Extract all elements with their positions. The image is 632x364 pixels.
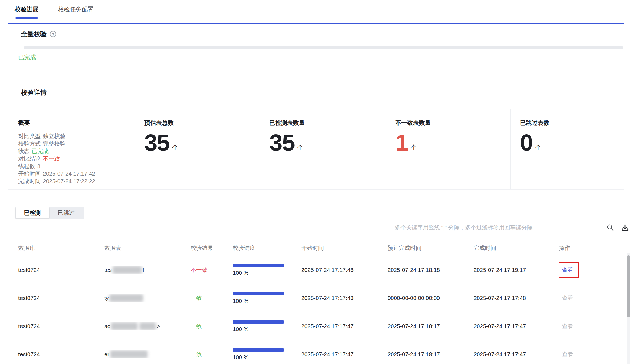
- progress-bar: [233, 348, 284, 352]
- stat-label: 不一致表数量: [395, 119, 510, 127]
- result-badge: 一致: [191, 323, 202, 329]
- table-row: test0724 ty 一致 100 % 2025-07-24 17:17:48…: [0, 284, 632, 312]
- stat-unit: 个: [411, 143, 417, 152]
- stat-value: 0: [520, 131, 533, 154]
- cell-finish-time: 2025-07-24 17:17:47: [474, 351, 559, 358]
- redacted-table-name: [110, 350, 148, 358]
- cell-progress: 100 %: [233, 348, 301, 361]
- summary-field-label: 完成时间: [18, 178, 41, 184]
- redacted-table-name: [139, 322, 156, 330]
- full-check-progress-bar: [24, 46, 623, 49]
- annotation-box: 查看: [559, 346, 579, 362]
- cell-action: 查看: [559, 318, 632, 334]
- annotation-box: 查看: [559, 262, 579, 278]
- full-check-status: 已完成: [18, 53, 624, 61]
- stat-card: 预估表总数 35 个: [135, 109, 260, 189]
- cell-estimated-finish-time: 2025-07-24 17:18:17: [388, 323, 474, 329]
- cell-progress: 100 %: [233, 292, 301, 304]
- stat-unit: 个: [297, 143, 303, 152]
- summary-field: 开始时间2025-07-24 17:17:42: [18, 170, 135, 177]
- summary-field-label: 状态: [18, 148, 29, 154]
- tab-verification-task-config[interactable]: 校验任务配置: [58, 0, 94, 19]
- cell-estimated-finish-time: 0000-00-00 00:00:00: [388, 295, 474, 301]
- column-header: 数据库: [18, 244, 104, 252]
- search-icon[interactable]: [606, 224, 614, 232]
- filter-tab-skipped[interactable]: 已跳过: [49, 207, 83, 218]
- cell-table-name: ac >: [104, 322, 191, 330]
- summary-field-label: 对比类型: [18, 133, 41, 139]
- table-row: test0724 tesf 不一致 100 % 2025-07-24 17:17…: [0, 256, 632, 284]
- result-badge: 不一致: [191, 267, 207, 273]
- summary-field-value: 8: [37, 163, 40, 169]
- search-input[interactable]: [388, 221, 619, 234]
- column-header: 数据表: [104, 244, 191, 252]
- filter-tab-checked[interactable]: 已检测: [16, 207, 49, 218]
- stat-value: 35: [144, 131, 169, 154]
- progress-label: 100 %: [233, 354, 301, 361]
- result-badge: 一致: [191, 295, 202, 301]
- cell-start-time: 2025-07-24 17:17:47: [301, 351, 388, 358]
- summary-field-label: 线程数: [18, 163, 35, 169]
- cell-start-time: 2025-07-24 17:17:47: [301, 323, 388, 329]
- action-view-link: 查看: [562, 351, 573, 357]
- cell-finish-time: 2025-07-24 17:17:47: [474, 323, 559, 329]
- cell-start-time: 2025-07-24 17:17:48: [301, 267, 388, 273]
- summary-field: 线程数8: [18, 162, 135, 170]
- summary-field-value: 2025-07-24 17:17:42: [43, 170, 95, 177]
- table-row: test0724 ac > 一致 100 % 2025-07-24 17:17:…: [0, 312, 632, 340]
- scrollbar-thumb[interactable]: [627, 255, 630, 317]
- detail-section-title: 校验详情: [21, 88, 632, 97]
- stat-value: 1: [395, 131, 408, 154]
- redacted-table-name: [113, 266, 142, 274]
- summary-field-label: 对比结论: [18, 155, 41, 162]
- annotation-box: 查看: [559, 290, 579, 306]
- stat-label: 已跳过表数: [520, 119, 624, 127]
- cell-action: 查看: [559, 262, 632, 278]
- stats-row: 概要 对比类型独立校验 校验方式完整校验 状态已完成 对比结论不一致 线程数8 …: [8, 109, 624, 189]
- cell-action: 查看: [559, 346, 632, 362]
- table-body: test0724 tesf 不一致 100 % 2025-07-24 17:17…: [0, 256, 632, 364]
- column-header: 预计完成时间: [388, 244, 474, 252]
- full-check-card: 全量校验 ? 已完成: [8, 23, 624, 76]
- question-circle-icon[interactable]: ?: [50, 31, 56, 37]
- download-icon[interactable]: [620, 223, 630, 233]
- cell-database: test0724: [18, 267, 104, 273]
- cell-estimated-finish-time: 2025-07-24 17:18:18: [388, 267, 474, 273]
- cell-progress: 100 %: [233, 320, 301, 332]
- cell-database: test0724: [18, 295, 104, 301]
- summary-field-label: 开始时间: [18, 170, 41, 177]
- stat-card: 已检测表数量 35 个: [260, 109, 386, 189]
- summary-fields: 对比类型独立校验 校验方式完整校验 状态已完成 对比结论不一致 线程数8 开始时…: [18, 132, 135, 185]
- summary-field-value: 2025-07-24 17:22:22: [43, 178, 95, 184]
- summary-field: 完成时间2025-07-24 17:22:22: [18, 177, 135, 185]
- top-tabbar: 校验进展 校验任务配置: [0, 0, 632, 19]
- column-header: 完成时间: [474, 244, 559, 252]
- summary-card: 概要 对比类型独立校验 校验方式完整校验 状态已完成 对比结论不一致 线程数8 …: [8, 109, 135, 189]
- summary-field: 对比结论不一致: [18, 155, 135, 162]
- stat-label: 预估表总数: [144, 119, 260, 127]
- full-check-title: 全量校验: [21, 30, 47, 38]
- clipped-side-widget: [0, 179, 4, 188]
- cell-progress: 100 %: [233, 264, 301, 276]
- progress-bar: [233, 320, 284, 324]
- column-header: 开始时间: [301, 244, 388, 252]
- verification-progress-page: 校验进展 校验任务配置 全量校验 ? 已完成 校验详情 概要 对比类型独立校验 …: [0, 0, 632, 364]
- progress-label: 100 %: [233, 326, 301, 332]
- tab-verification-progress[interactable]: 校验进展: [15, 0, 38, 19]
- summary-field-value: 已完成: [32, 148, 49, 154]
- table-header: 数据库数据表校验结果校验进度开始时间预计完成时间完成时间操作: [0, 240, 632, 256]
- progress-bar: [233, 264, 284, 267]
- action-view-link: 查看: [562, 295, 573, 301]
- filter-segmented-control: 已检测 已跳过: [15, 207, 84, 219]
- annotation-box: 查看: [559, 318, 579, 334]
- cell-table-name: er: [104, 350, 191, 358]
- cell-finish-time: 2025-07-24 17:19:17: [474, 267, 559, 273]
- stat-unit: 个: [535, 143, 541, 152]
- summary-field-value: 独立校验: [43, 133, 65, 139]
- summary-field-value: 完整校验: [43, 140, 65, 147]
- progress-label: 100 %: [233, 298, 301, 304]
- table-row: test0724 er 一致 100 % 2025-07-24 17:17:47…: [0, 340, 632, 364]
- action-view-link[interactable]: 查看: [562, 267, 573, 273]
- redacted-table-name: [109, 294, 143, 302]
- summary-field: 状态已完成: [18, 147, 135, 155]
